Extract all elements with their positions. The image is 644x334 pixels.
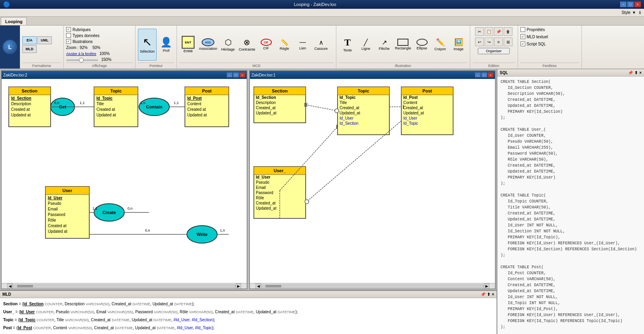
scrollbar-thumb-left[interactable]	[17, 285, 33, 287]
mld-float-icon[interactable]: ⬆	[487, 292, 490, 297]
diagram-left-max[interactable]: □	[233, 73, 239, 77]
paste-icon[interactable]: 📌	[494, 27, 503, 36]
script-sql-cb[interactable]	[520, 41, 525, 46]
cassure-button[interactable]: ∧ Cassure	[312, 29, 330, 61]
diagram-right-canvas[interactable]: Section Id_Section Description Created_a…	[250, 79, 495, 283]
ellipse-button[interactable]: Ellipse	[413, 29, 431, 61]
diagram-right-svg: Section Id_Section Description Created_a…	[250, 79, 495, 283]
sql-float-icon[interactable]: ⬆	[634, 71, 638, 75]
rubriques-checkbox[interactable]	[66, 27, 71, 32]
ligne-button[interactable]: ╱ Ligne	[357, 29, 375, 61]
user-merise-updated: Updated_at	[256, 206, 277, 210]
edition-row-1: ✂ 📋 📌 🗑	[475, 27, 512, 36]
image-button[interactable]: 🖼️ Image	[450, 29, 467, 61]
ellipse-icon	[416, 39, 428, 46]
mld-close-icon[interactable]: ×	[492, 292, 494, 297]
entite-button[interactable]: ENT Entité	[179, 29, 197, 61]
scroll-left-btn[interactable]: ◀	[7, 283, 13, 289]
sql-header-controls: 📌 ⬆ ×	[628, 71, 642, 75]
redo-icon[interactable]: ↪	[485, 37, 493, 46]
texte-icon: T	[344, 37, 351, 48]
ajuster-label[interactable]: Ajuster à la fenêtre	[66, 52, 96, 56]
app-icon: 🔵	[3, 1, 10, 8]
ligne-icon: ╱	[364, 39, 368, 46]
scroll-right-btn[interactable]: ▶	[236, 283, 241, 289]
mld-button[interactable]: MLD	[22, 45, 37, 53]
sql-content[interactable]: CREATE TABLE Section( Id_Section COUNTER…	[497, 77, 644, 334]
maximize-button[interactable]: □	[627, 2, 634, 7]
scrollbar-track-left[interactable]	[13, 285, 236, 288]
contrainte-icon: ⊗	[243, 37, 250, 47]
fleche-label: Flèche	[379, 47, 390, 51]
diagram-left-canvas[interactable]: Section Id_Section Description Created a…	[2, 79, 247, 283]
align-icon[interactable]: ≡	[494, 37, 503, 46]
scrollbar-thumb-right[interactable]	[265, 285, 281, 287]
regle-button[interactable]: 📏 Règle	[276, 29, 293, 61]
topic-entity-group: Topic Id_Topic Title Created at Updated …	[94, 87, 138, 127]
zoom-slider[interactable]	[66, 59, 98, 61]
association-button[interactable]: ASS Association	[198, 29, 218, 61]
illustrations-check[interactable]: Illustrations	[66, 39, 100, 44]
diagram-left-controls: – □ ×	[227, 73, 245, 77]
app-tab-looping[interactable]: Looping	[1, 17, 27, 25]
rectangle-button[interactable]: Rectangle	[394, 29, 412, 61]
formalisme-content: E/A UML MLD	[22, 27, 61, 62]
post-updated: Updated at	[187, 113, 207, 117]
proprietes-cb[interactable]	[520, 27, 525, 32]
crayon-button[interactable]: ✏️ Crayon	[432, 29, 449, 61]
selection-button[interactable]: ↖ Sélection	[138, 29, 157, 61]
texte-button[interactable]: T Texte	[339, 29, 356, 61]
types-data-checkbox[interactable]	[66, 33, 71, 38]
mld-textuel-cb[interactable]	[520, 34, 525, 39]
illustrations-checkbox[interactable]	[66, 39, 71, 44]
uml-button[interactable]: UML	[37, 36, 52, 44]
mld-textuel-check[interactable]: MLD textuel	[520, 34, 548, 39]
prof-button[interactable]: 👤 Prof	[158, 29, 174, 61]
contrainte-button[interactable]: ⊗ Contrainte	[238, 29, 257, 61]
close-button[interactable]: ×	[634, 2, 641, 7]
fenetres-content: Propriétés MLD textuel Script SQL	[520, 27, 579, 62]
diagram-left-scrollbar[interactable]: ◀ ▶	[2, 283, 247, 289]
minimize-button[interactable]: –	[620, 2, 626, 7]
copy-icon[interactable]: 📋	[485, 27, 493, 36]
undo-icon[interactable]: ↩	[475, 37, 484, 46]
scroll-right-btn-r[interactable]: ▶	[484, 283, 489, 289]
post-content: Content	[187, 102, 201, 106]
cassure-label: Cassure	[314, 47, 328, 51]
post-entity-group: Post Id_Post Content Created at Updated …	[185, 87, 229, 127]
delete-icon[interactable]: 🗑	[504, 27, 512, 36]
edition-section: ✂ 📋 📌 🗑 ↩ ↪ ≡ ⊞ Organiser Edition	[470, 26, 518, 69]
heritage-button[interactable]: ⬡ Héritage	[219, 29, 237, 61]
script-sql-check[interactable]: Script SQL	[520, 41, 546, 46]
zoom-control: Zoom : 92% 50% Ajuster à la fenêtre 100%…	[66, 45, 112, 62]
proprietes-check[interactable]: Propriétés	[520, 27, 545, 32]
diagram-right-max[interactable]: □	[481, 73, 487, 77]
sql-panel: SQL 📌 ⬆ × CREATE TABLE Section( Id_Secti…	[497, 69, 644, 334]
grid-icon[interactable]: ⊞	[504, 37, 512, 46]
scroll-left-btn-r[interactable]: ◀	[255, 283, 261, 289]
mld-pin-icon[interactable]: 📌	[481, 292, 485, 297]
fleche-button[interactable]: ↗ Flèche	[375, 29, 393, 61]
cut-icon[interactable]: ✂	[475, 27, 484, 36]
illustration-content: T Texte ╱ Ligne ↗ Flèche Rectangle Ellip…	[339, 27, 467, 62]
pointeur-label: Pointeur	[138, 63, 174, 68]
crayon-icon: ✏️	[436, 38, 445, 47]
types-data-check[interactable]: Types données	[66, 33, 100, 38]
section-merise-group: Section Id_Section Description Created_a…	[254, 87, 306, 123]
app-logo: L	[0, 26, 20, 69]
diagram-left-min[interactable]: –	[227, 73, 232, 77]
organiser-button[interactable]: Organiser	[478, 48, 510, 54]
topic-merise-title: Topic	[358, 88, 369, 93]
scrollbar-track-right[interactable]	[261, 285, 484, 288]
ea-button[interactable]: E/A	[22, 36, 37, 44]
sql-pin-icon[interactable]: 📌	[628, 71, 633, 75]
association-icon: ASS	[202, 38, 214, 46]
diagram-left-close[interactable]: ×	[240, 73, 245, 77]
cif-button[interactable]: CIF CIF	[257, 29, 275, 61]
sql-close-icon[interactable]: ×	[639, 71, 642, 75]
diagram-right-min[interactable]: –	[475, 73, 481, 77]
rubriques-check[interactable]: Rubriques	[66, 27, 100, 32]
lien-button[interactable]: — Lien	[294, 29, 312, 61]
diagram-right-scrollbar[interactable]: ◀ ▶	[250, 283, 495, 289]
diagram-right-close[interactable]: ×	[488, 73, 493, 77]
